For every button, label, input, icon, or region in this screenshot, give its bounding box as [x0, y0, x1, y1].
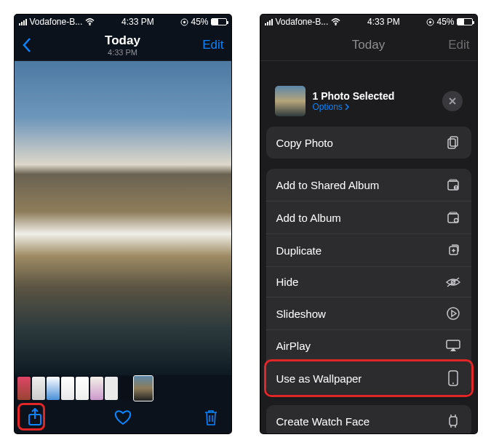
- action-airplay[interactable]: AirPlay: [266, 330, 471, 361]
- action-duplicate[interactable]: Duplicate: [266, 234, 471, 267]
- nav-bar: Today 4:33 PM Edit: [15, 29, 231, 61]
- thumbnail-strip[interactable]: [17, 375, 228, 401]
- thumbnail[interactable]: [105, 377, 118, 400]
- svg-rect-7: [450, 137, 458, 146]
- action-add-shared-album[interactable]: Add to Shared Album: [266, 169, 471, 201]
- share-sheet: 1 Photo Selected Options Copy Photo: [266, 79, 471, 433]
- wifi-icon: [85, 18, 95, 25]
- svg-point-4: [335, 24, 337, 25]
- duplicate-icon: [445, 243, 461, 257]
- thumbnail[interactable]: [61, 377, 74, 400]
- svg-point-2: [184, 21, 185, 23]
- selected-count: 1 Photo Selected: [313, 90, 442, 102]
- cellular-signal-icon: [265, 19, 273, 25]
- thumbnail[interactable]: [32, 377, 45, 400]
- nav-title: Today: [54, 33, 192, 48]
- cellular-signal-icon: [19, 19, 27, 25]
- nav-subtitle: 4:33 PM: [54, 48, 192, 57]
- battery-pct: 45%: [191, 17, 208, 27]
- photos-app-share-sheet: Vodafone-B... 4:33 PM 45% Today Edit 1 P…: [260, 15, 477, 433]
- battery-icon: [211, 18, 227, 25]
- thumbnail[interactable]: [47, 377, 60, 400]
- status-bar: Vodafone-B... 4:33 PM 45%: [15, 15, 231, 29]
- action-create-watch-face[interactable]: Create Watch Face: [266, 405, 471, 433]
- photos-app-photo-view: Vodafone-B... 4:33 PM 45% Today 4:33 PM …: [15, 15, 231, 433]
- bottom-toolbar: [15, 401, 231, 433]
- close-icon: [448, 97, 457, 105]
- battery-icon: [457, 18, 473, 25]
- share-actions: Copy Photo Add to Shared Album Add to Al…: [266, 127, 471, 433]
- svg-rect-8: [448, 139, 455, 148]
- action-hide[interactable]: Hide: [266, 267, 471, 297]
- svg-rect-14: [450, 212, 457, 214]
- add-album-icon: [445, 210, 461, 225]
- chevron-right-icon: [345, 103, 349, 111]
- svg-point-21: [452, 383, 454, 384]
- action-slideshow[interactable]: Slideshow: [266, 297, 471, 330]
- action-use-as-wallpaper[interactable]: Use as Wallpaper: [266, 361, 471, 395]
- thumbnail[interactable]: [90, 377, 103, 400]
- status-bar: Vodafone-B... 4:33 PM 45%: [260, 15, 477, 29]
- watch-face-icon: [445, 414, 461, 428]
- nav-title: Today: [300, 38, 438, 52]
- svg-rect-19: [447, 340, 460, 348]
- wifi-icon: [331, 18, 340, 25]
- status-time: 4:33 PM: [121, 17, 154, 27]
- shared-album-icon: [445, 177, 461, 192]
- carrier-label: Vodafone-B...: [30, 17, 83, 27]
- thumbnail-selected[interactable]: [134, 376, 153, 401]
- action-copy-photo[interactable]: Copy Photo: [266, 127, 471, 159]
- selected-photo-thumb: [275, 86, 306, 116]
- svg-rect-10: [450, 180, 457, 181]
- options-button[interactable]: Options: [313, 102, 442, 112]
- nav-bar-dimmed: Today Edit: [260, 29, 477, 61]
- status-time: 4:33 PM: [367, 17, 400, 27]
- action-add-album[interactable]: Add to Album: [266, 201, 471, 234]
- edit-button[interactable]: Edit: [192, 38, 224, 52]
- back-button[interactable]: [22, 37, 54, 53]
- share-sheet-header: 1 Photo Selected Options: [266, 79, 471, 127]
- svg-rect-22: [450, 417, 457, 425]
- wallpaper-icon: [445, 370, 461, 386]
- hide-icon: [445, 276, 461, 288]
- location-icon: [426, 18, 434, 26]
- share-button[interactable]: [25, 407, 45, 428]
- svg-point-18: [447, 308, 459, 319]
- trash-button[interactable]: [201, 407, 221, 428]
- svg-point-0: [89, 24, 91, 25]
- svg-point-12: [455, 186, 456, 188]
- edit-button-dimmed: Edit: [438, 38, 470, 52]
- airplay-icon: [445, 339, 461, 352]
- thumbnail[interactable]: [119, 377, 132, 400]
- battery-pct: 45%: [436, 17, 454, 27]
- slideshow-icon: [445, 306, 461, 321]
- svg-point-6: [430, 21, 431, 23]
- carrier-label: Vodafone-B...: [276, 17, 329, 27]
- thumbnail[interactable]: [17, 377, 31, 400]
- copy-icon: [445, 135, 461, 150]
- photo-viewport[interactable]: [15, 61, 231, 375]
- location-icon: [180, 18, 188, 26]
- close-button[interactable]: [442, 91, 463, 111]
- thumbnail[interactable]: [76, 377, 89, 400]
- favorite-button[interactable]: [113, 407, 133, 428]
- photo-image: [15, 61, 231, 375]
